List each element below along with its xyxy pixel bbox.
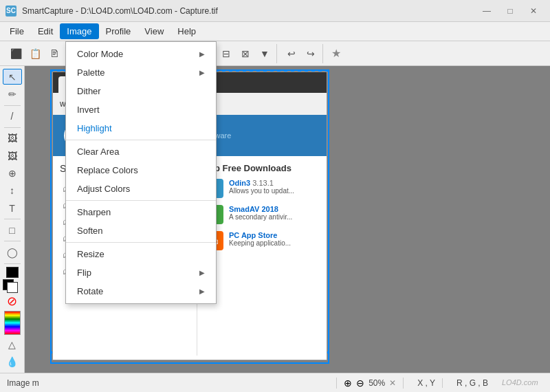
zoom-controls: ⊕ ⊖ 50% ✕ bbox=[336, 378, 404, 389]
dropdown-flip[interactable]: Flip ▶ bbox=[66, 263, 216, 282]
toolbar-undo-btn[interactable]: ↩ bbox=[283, 45, 300, 62]
dropper-tool[interactable]: 💧 bbox=[3, 354, 22, 370]
dropdown-color-mode[interactable]: Color Mode ▶ bbox=[66, 45, 216, 63]
no-color-btn[interactable]: ⊘ bbox=[3, 293, 22, 309]
tool-separator-1 bbox=[4, 105, 21, 106]
tool-separator-5 bbox=[4, 263, 21, 264]
move-tool[interactable]: ⊕ bbox=[3, 165, 22, 181]
toolbar-btn-3[interactable]: 🖹 bbox=[45, 45, 63, 62]
menu-file[interactable]: File bbox=[3, 23, 31, 39]
dropdown-highlight[interactable]: Highlight bbox=[66, 119, 216, 138]
dl-info-odin: Odin3 3.13.1 Allows you to updat... bbox=[229, 179, 294, 195]
dl-item-pcappstore: 🛍 PC App Store Keeping applicatio... bbox=[204, 231, 314, 250]
transform-tool[interactable]: ↕ bbox=[3, 183, 22, 199]
toolbar-view-btn-3[interactable]: ⊟ bbox=[217, 45, 235, 62]
tool-separator-3 bbox=[4, 219, 21, 219]
close-button[interactable]: ✕ bbox=[522, 4, 544, 18]
dropdown-palette[interactable]: Palette ▶ bbox=[66, 63, 216, 82]
status-logo: LO4D.com bbox=[502, 376, 543, 390]
zoom-in-button[interactable]: ⊕ bbox=[344, 378, 352, 389]
pencil-tool[interactable]: ✏ bbox=[3, 86, 22, 102]
dl-item-smadav: ▲ SmadAV 2018 A secondary antivir... bbox=[204, 205, 314, 224]
lo4d-watermark: LO4D.com bbox=[502, 376, 543, 389]
window-title: SmartCapture - D:\LO4D.com\LO4D.com - Ca… bbox=[22, 6, 218, 16]
menu-image[interactable]: Image bbox=[60, 23, 98, 39]
separator-2 bbox=[66, 200, 216, 201]
tool-separator-2 bbox=[4, 127, 21, 128]
dropdown-rotate[interactable]: Rotate ▶ bbox=[66, 282, 216, 301]
image-tool[interactable]: 🖼 bbox=[3, 131, 22, 146]
separator-3 bbox=[66, 242, 216, 243]
zoom-reset-button[interactable]: ✕ bbox=[389, 378, 396, 388]
tool-separator-4 bbox=[4, 241, 21, 241]
dl-info-smadav: SmadAV 2018 A secondary antivir... bbox=[229, 205, 292, 221]
dl-info-pcappstore: PC App Store Keeping applicatio... bbox=[229, 231, 291, 247]
menu-edit[interactable]: Edit bbox=[31, 23, 60, 39]
image-dropdown-menu: Color Mode ▶ Palette ▶ Dither Invert Hig… bbox=[65, 41, 217, 304]
dropdown-resize[interactable]: Resize bbox=[66, 245, 216, 263]
dropdown-adjust-colors[interactable]: Adjust Colors bbox=[66, 179, 216, 198]
maximize-button[interactable]: □ bbox=[499, 4, 521, 18]
rgb-values: R , G , B bbox=[450, 378, 495, 388]
bg-color-swatch[interactable] bbox=[7, 282, 18, 293]
select-tool[interactable]: ↖ bbox=[3, 69, 22, 85]
status-text: Image m bbox=[7, 378, 329, 388]
dropdown-replace-colors[interactable]: Replace Colors bbox=[66, 161, 216, 179]
svg-text:LO4D.com: LO4D.com bbox=[502, 378, 538, 386]
toolbar-redo-btn[interactable]: ↪ bbox=[302, 45, 320, 62]
circle-tool[interactable]: ◯ bbox=[3, 244, 22, 260]
menu-profile[interactable]: Profile bbox=[99, 23, 138, 39]
window-controls: — □ ✕ bbox=[476, 4, 544, 18]
color-gradient bbox=[4, 311, 21, 336]
left-toolbar: ↖ ✏ / 🖼 🖼 ⊕ ↕ T □ ◯ ⊘ △ 💧 bbox=[0, 66, 25, 373]
zoom-level: 50% bbox=[368, 378, 385, 388]
menu-help[interactable]: Help bbox=[170, 23, 203, 39]
separator-1 bbox=[66, 140, 216, 140]
title-bar: SC SmartCapture - D:\LO4D.com\LO4D.com -… bbox=[0, 0, 550, 22]
color-swatches bbox=[3, 279, 22, 292]
submenu-arrow-icon: ▶ bbox=[199, 50, 205, 58]
submenu-arrow-icon: ▶ bbox=[199, 69, 205, 76]
submenu-arrow-flip-icon: ▶ bbox=[199, 269, 205, 276]
foreground-color[interactable] bbox=[6, 267, 19, 278]
shape-tool[interactable]: □ bbox=[3, 222, 22, 238]
image-tool-2[interactable]: 🖼 bbox=[3, 148, 22, 164]
dropdown-invert[interactable]: Invert bbox=[66, 100, 216, 119]
toolbar-view-btn-4[interactable]: ⊠ bbox=[236, 45, 254, 62]
coordinates: X , Y bbox=[410, 378, 443, 388]
extra-toolbar-group: ↩ ↪ bbox=[280, 44, 323, 63]
submenu-arrow-rotate-icon: ▶ bbox=[199, 287, 205, 295]
toolbar-view-btn-5[interactable]: ▼ bbox=[256, 45, 274, 62]
star-button[interactable]: ★ bbox=[326, 45, 346, 62]
text-tool[interactable]: T bbox=[3, 200, 22, 216]
dropdown-dither[interactable]: Dither bbox=[66, 82, 216, 100]
menu-bar-wrapper: File Edit Image Profile View Help Color … bbox=[0, 22, 550, 41]
app-icon: SC bbox=[6, 6, 16, 17]
dropdown-soften[interactable]: Soften bbox=[66, 221, 216, 240]
zoom-out-button[interactable]: ⊖ bbox=[356, 378, 364, 389]
line-tool[interactable]: / bbox=[3, 109, 22, 124]
menu-view[interactable]: View bbox=[138, 23, 170, 39]
toolbar-btn-2[interactable]: 📋 bbox=[26, 45, 44, 62]
minimize-button[interactable]: — bbox=[476, 4, 498, 18]
top-dl-title: Top Free Downloads bbox=[204, 163, 314, 173]
dropdown-clear-area[interactable]: Clear Area bbox=[66, 142, 216, 161]
toolbar-btn-1[interactable]: ⬛ bbox=[7, 45, 25, 62]
status-bar: Image m ⊕ ⊖ 50% ✕ X , Y R , G , B LO4D.c… bbox=[0, 373, 550, 392]
triangle-tool[interactable]: △ bbox=[3, 336, 22, 352]
dropdown-sharpen[interactable]: Sharpen bbox=[66, 203, 216, 221]
dl-item-odin: ↓ Odin3 3.13.1 Allows you to updat... bbox=[204, 179, 314, 198]
menu-bar: File Edit Image Profile View Help bbox=[0, 22, 550, 41]
